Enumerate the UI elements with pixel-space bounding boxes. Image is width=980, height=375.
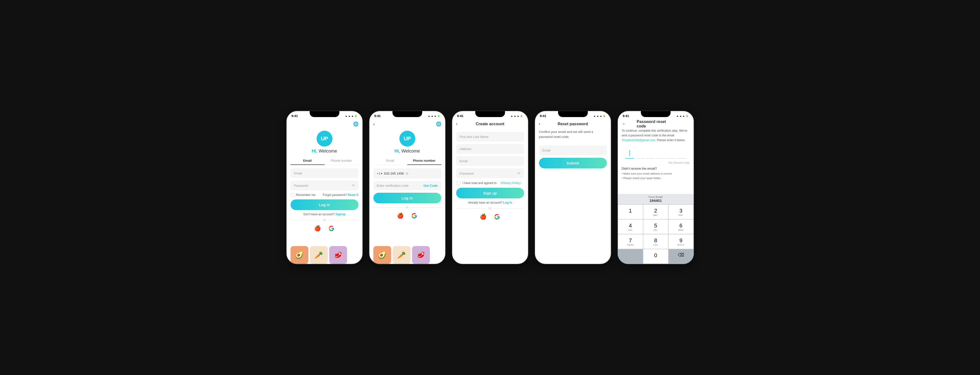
key-alpha-6: MNO <box>678 229 684 231</box>
key-delete[interactable]: ⌫ <box>668 249 694 264</box>
eye-icon[interactable]: 👁 <box>352 184 355 188</box>
back-button[interactable]: ‹ <box>373 121 375 127</box>
password-input[interactable]: Password 👁 <box>291 180 358 190</box>
login-tabs: Email Phone number <box>291 157 358 165</box>
tab-phone[interactable]: Phone number <box>325 157 358 165</box>
food-card-1: 🥑 <box>291 246 309 264</box>
eye-icon[interactable]: 👁 <box>517 171 520 176</box>
email-input[interactable]: Email <box>456 156 524 166</box>
tab-email[interactable]: Email <box>373 157 407 165</box>
screen-content: ‹ Create account First and Last Name Add… <box>452 119 528 264</box>
tab-phone[interactable]: Phone number <box>407 157 441 165</box>
code-box-3[interactable] <box>646 148 655 159</box>
code-box-2[interactable] <box>636 148 644 159</box>
key-num-9: 9 <box>679 237 682 244</box>
key-num-7: 7 <box>629 237 632 244</box>
apple-signup[interactable]: 🍎 <box>479 212 488 221</box>
verify-row: Enter verification code Get Code <box>373 181 441 190</box>
google-login[interactable] <box>327 224 336 233</box>
remember-left: Remember me <box>291 193 316 197</box>
food-strip: 🥑 🥕 🥩 <box>286 244 363 264</box>
key-2[interactable]: 2 ABC <box>643 204 668 219</box>
key-9[interactable]: 9 WXYZ <box>668 234 694 249</box>
remember-checkbox[interactable] <box>291 193 294 197</box>
verify-placeholder: Enter verification code <box>377 184 409 188</box>
login-button[interactable]: Log in <box>373 193 441 203</box>
key-alpha-7: PQRS <box>627 244 634 246</box>
key-num-4: 4 <box>629 222 632 229</box>
key-8[interactable]: 8 TUV <box>643 234 668 249</box>
country-code[interactable]: +1 ▾ <box>377 172 383 176</box>
verify-email: Tonyfan2018@gmail.com. <box>622 139 656 142</box>
key-6[interactable]: 6 MNO <box>668 219 694 234</box>
address-input[interactable]: Address <box>456 144 524 154</box>
key-0[interactable]: 0 <box>643 249 668 264</box>
notch <box>310 111 339 117</box>
clear-icon[interactable]: ⊗ <box>405 171 409 176</box>
login-form: Email Password 👁 Remember me Forgot pass… <box>286 165 363 244</box>
google-signup[interactable] <box>493 212 501 221</box>
submit-button[interactable]: Submit <box>539 158 607 168</box>
notch <box>558 111 588 117</box>
apple-login[interactable]: 🍎 <box>396 211 405 220</box>
phone-input[interactable]: +1 ▾ 633 245 1456 ⊗ <box>373 168 441 179</box>
privacy-link[interactable]: 《Privacy Policy》 <box>498 181 523 185</box>
key-alpha-5: JKL <box>654 229 658 231</box>
numpad-from-label: From Email <box>619 195 692 198</box>
key-5[interactable]: 5 JKL <box>643 219 668 234</box>
key-4[interactable]: 4 GHI <box>618 219 643 234</box>
remember-label: Remember me <box>296 193 316 197</box>
apple-login[interactable]: 🍎 <box>313 224 322 233</box>
key-alpha-3: DEF <box>679 214 683 217</box>
resend-label[interactable]: 59s Resend code <box>668 161 690 164</box>
page-title: Reset password <box>558 122 588 126</box>
key-7[interactable]: 7 PQRS <box>618 234 643 249</box>
back-button[interactable]: ‹ <box>456 121 458 126</box>
login-tabs: Email Phone number <box>373 157 441 165</box>
reset-link[interactable]: Reset it <box>348 193 358 197</box>
email-input[interactable]: Email <box>291 168 358 178</box>
status-icons: ▲ ▲ ▲ 🔋 <box>676 115 689 117</box>
screen-login-email: 9:41 ▲ ▲ ▲ 🔋 ‹ 🌐 UP Hi, Welcome Email Ph… <box>286 111 363 264</box>
code-inputs <box>618 146 694 161</box>
privacy-checkbox[interactable] <box>456 181 461 185</box>
tab-email[interactable]: Email <box>291 157 325 165</box>
privacy-row: I have read and agreed to 《Privacy Polic… <box>456 181 524 185</box>
key-1[interactable]: 1 <box>618 204 643 219</box>
code-box-5[interactable] <box>667 148 676 159</box>
tip-1: Make sure your email address is correct <box>622 171 690 176</box>
fullname-input[interactable]: First and Last Name <box>456 132 524 142</box>
code-box-1[interactable] <box>625 148 634 159</box>
back-button[interactable]: ‹ <box>539 121 541 126</box>
back-button[interactable]: ← <box>622 121 626 126</box>
address-placeholder: Address <box>460 147 471 151</box>
get-code-button[interactable]: Get Code <box>423 184 438 188</box>
email-input[interactable]: Email <box>539 145 607 155</box>
no-account-label: Don't have an account? <box>304 212 336 216</box>
key-alpha-2: ABC <box>653 214 658 217</box>
email-placeholder: Email <box>460 159 468 163</box>
numpad-header: From Email 194401 <box>618 194 694 204</box>
key-num-5: 5 <box>654 222 657 229</box>
page-title: Create account <box>476 122 504 126</box>
signup-link[interactable]: Signup <box>336 212 345 216</box>
notch <box>393 111 422 117</box>
password-input[interactable]: Password 👁 <box>456 168 524 178</box>
login-link[interactable]: Log in <box>503 201 512 204</box>
remember-row: Remember me Forgot password? Reset it <box>291 193 358 197</box>
key-num-0: 0 <box>654 252 657 259</box>
key-3[interactable]: 3 DEF <box>668 204 694 219</box>
screen-password-reset-code: 9:41 ▲ ▲ ▲ 🔋 ← Password reset code To co… <box>617 111 694 264</box>
email-placeholder: Email <box>294 171 302 175</box>
numpad-code: 194401 <box>619 198 692 203</box>
code-box-4[interactable] <box>657 148 665 159</box>
google-login[interactable] <box>410 211 419 220</box>
country-code-value: +1 <box>377 172 380 176</box>
code-box-6[interactable] <box>677 148 686 159</box>
globe-icon[interactable]: 🌐 <box>436 121 441 127</box>
didnt-receive-section: Didn't receive the email? Make sure your… <box>618 165 694 182</box>
key-num-2: 2 <box>654 207 657 214</box>
signup-button[interactable]: Sign up <box>456 188 524 198</box>
login-button[interactable]: Log in <box>291 199 358 210</box>
globe-icon[interactable]: 🌐 <box>353 121 358 127</box>
